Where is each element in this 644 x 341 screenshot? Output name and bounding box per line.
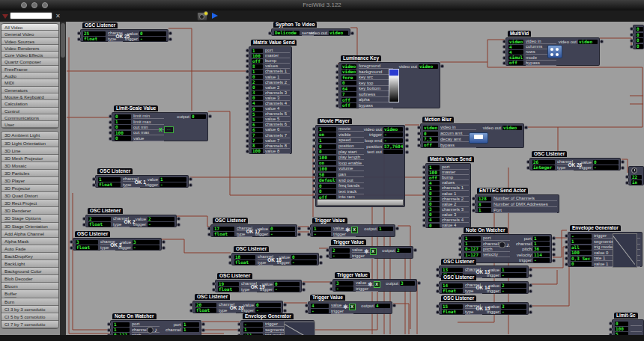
input-port[interactable]	[109, 126, 112, 129]
input-port[interactable]	[459, 243, 461, 245]
input-port[interactable]	[459, 254, 461, 256]
value-box[interactable]: 22	[631, 175, 642, 179]
value-box[interactable]: 3	[501, 304, 526, 309]
input-port[interactable]	[93, 184, 95, 186]
value-box[interactable]: float	[88, 222, 111, 227]
sidebar-item-add-alpha-channel[interactable]: Add Alpha Channel	[1, 230, 58, 238]
input-port[interactable]	[313, 151, 315, 153]
value-box[interactable]: 17	[213, 227, 234, 231]
sidebar-item-core-video-effects[interactable]: Core Video Effects	[1, 52, 58, 58]
value-box[interactable]: 100	[252, 149, 263, 153]
value-box[interactable]: 0	[270, 227, 295, 231]
input-port[interactable]	[423, 214, 425, 216]
input-port[interactable]	[313, 162, 315, 165]
value-box[interactable]: video	[329, 31, 348, 35]
input-port[interactable]	[423, 209, 425, 211]
input-port[interactable]	[108, 323, 110, 325]
trigger-value-4[interactable]: Trigger Value4value-triggeroutput4✱X	[308, 295, 392, 314]
input-port[interactable]	[631, 34, 633, 36]
value-box[interactable]: 1	[318, 138, 336, 143]
enttec-send-actor[interactable]: ENTTEC Send Actor128Number of Channels8N…	[475, 188, 559, 213]
value-box[interactable]: 100	[571, 251, 592, 255]
filter-dropdown-icon[interactable]	[2, 14, 8, 19]
value-box[interactable]: 7,5	[423, 137, 438, 141]
input-port[interactable]	[246, 65, 249, 67]
sidebar-item-ci-7-by-7-convolutio[interactable]: CI 7 by 7 convolutio	[1, 321, 58, 328]
value-box[interactable]: -	[160, 182, 186, 187]
value-box[interactable]: 100	[252, 54, 263, 58]
input-port[interactable]	[246, 55, 249, 57]
note-on-watcher-1[interactable]: Note On Watcher1port1channel0-127pitch1-…	[461, 227, 552, 263]
input-port[interactable]	[423, 166, 425, 168]
value-box[interactable]: 0	[115, 114, 131, 119]
output-port[interactable]	[202, 329, 204, 331]
value-box[interactable]: -	[270, 232, 295, 236]
sidebar-item-backdropkey[interactable]: BackDropKey	[1, 253, 58, 260]
syphon-to-video[interactable]: Syphon To VideoDelicodeservervideo outvi…	[271, 22, 350, 36]
value-box[interactable]: float	[234, 260, 255, 265]
edge-node-mid[interactable]: 22in	[628, 166, 644, 185]
input-port[interactable]	[336, 82, 338, 85]
value-box[interactable]: -	[274, 287, 300, 292]
matrix-value-send-2[interactable]: Matrix Value Send1port100masteroffbump4v…	[425, 156, 471, 228]
value-box[interactable]: 6	[252, 123, 263, 127]
value-box[interactable]: float	[218, 287, 239, 292]
input-port[interactable]	[326, 249, 329, 251]
input-port[interactable]	[246, 60, 249, 62]
input-port[interactable]	[503, 57, 505, 59]
value-box[interactable]: video	[502, 126, 522, 130]
envelope-generator-1[interactable]: Envelope Generator-trigger1segmentsalltr…	[568, 225, 643, 267]
value-box[interactable]: 1	[243, 328, 263, 332]
input-port[interactable]	[238, 323, 240, 325]
input-port[interactable]	[246, 76, 249, 79]
input-port[interactable]	[326, 255, 329, 257]
input-port[interactable]	[313, 145, 315, 147]
input-port[interactable]	[565, 241, 568, 243]
value-box[interactable]: -	[501, 310, 526, 314]
input-port[interactable]	[565, 252, 568, 254]
value-box[interactable]: 7	[252, 138, 263, 143]
input-port[interactable]	[78, 38, 80, 40]
value-box[interactable]: 0	[428, 202, 440, 206]
input-port[interactable]	[610, 322, 612, 325]
input-port[interactable]	[336, 76, 338, 79]
value-box[interactable]: 14	[442, 283, 463, 288]
input-port[interactable]	[565, 235, 568, 237]
sidebar-item-3d-light-orientation[interactable]: 3D Light Orientation	[1, 140, 58, 147]
input-port[interactable]	[330, 288, 332, 290]
output-port[interactable]	[406, 151, 408, 153]
value-box[interactable]: 1	[428, 165, 440, 170]
sidebar-item-backlight[interactable]: BackLight	[1, 260, 58, 268]
value-box[interactable]: video	[508, 40, 523, 44]
value-box[interactable]: integer	[532, 165, 555, 170]
value-box[interactable]: 19	[218, 282, 239, 286]
value-box[interactable]: on	[318, 132, 336, 137]
value-box[interactable]: 1	[478, 208, 491, 212]
input-port[interactable]	[78, 32, 80, 34]
input-port[interactable]	[269, 32, 271, 34]
limit-scale-value[interactable]: Limit-Scale Value0limit min1limit max0ou…	[112, 105, 208, 141]
sidebar-item-all-video[interactable]: All Video	[1, 24, 58, 31]
input-port[interactable]	[246, 82, 249, 84]
output-port[interactable]	[553, 248, 555, 251]
zoom-button[interactable]	[42, 2, 48, 8]
input-port[interactable]	[336, 93, 338, 96]
sidebar-item-communications[interactable]: Communications	[1, 114, 58, 121]
input-port[interactable]	[418, 138, 420, 141]
value-box[interactable]: 0	[636, 33, 643, 37]
input-port[interactable]	[336, 99, 338, 101]
value-box[interactable]: 0	[274, 282, 300, 286]
value-box[interactable]: off	[341, 103, 356, 108]
output-port[interactable]	[177, 224, 180, 226]
input-port[interactable]	[330, 282, 332, 284]
value-box[interactable]: 2	[148, 217, 174, 221]
value-box[interactable]: default	[318, 178, 336, 182]
sidebar-item-3d-line[interactable]: 3D Line	[1, 147, 58, 155]
input-port[interactable]	[246, 118, 249, 120]
input-port[interactable]	[437, 284, 439, 286]
value-box[interactable]: 1-127	[464, 253, 481, 257]
multivid[interactable]: MultiVidvideovideo in4columns4rowssimulm…	[505, 31, 600, 66]
output-port[interactable]	[529, 274, 532, 277]
sidebar-item-video-renderers[interactable]: Video Renderers	[1, 45, 58, 52]
value-box[interactable]: video	[341, 64, 356, 69]
